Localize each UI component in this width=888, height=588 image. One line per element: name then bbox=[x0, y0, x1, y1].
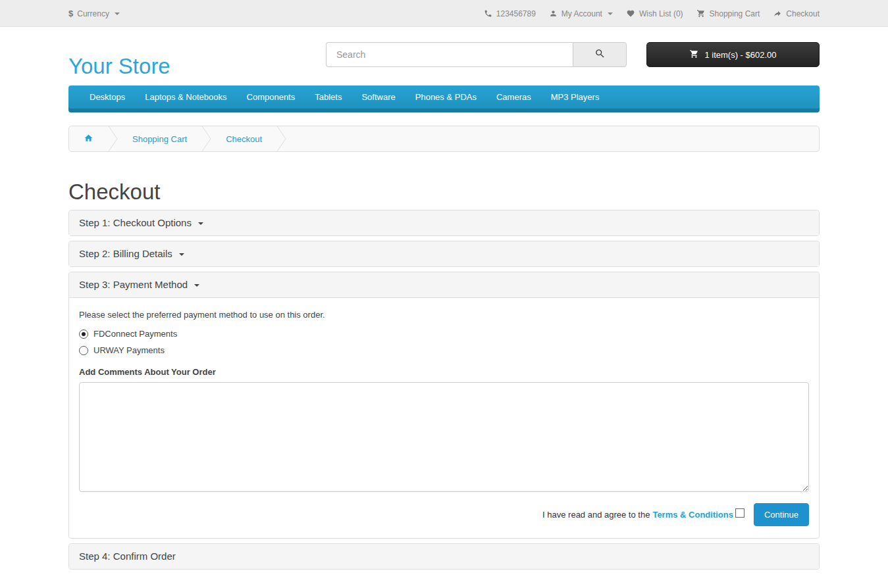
nav-item-mp3-players[interactable]: MP3 Players bbox=[541, 86, 610, 109]
panel-step2: Step 2: Billing Details bbox=[68, 241, 820, 267]
topbar: $ Currency 123456789 My Account Wish Lis… bbox=[0, 0, 888, 27]
cart-icon bbox=[689, 49, 699, 61]
payment-option-label: URWAY Payments bbox=[93, 345, 165, 355]
step4-title: Step 4: Confirm Order bbox=[79, 551, 176, 562]
breadcrumb-checkout[interactable]: Checkout bbox=[211, 134, 276, 144]
my-account-label: My Account bbox=[562, 9, 602, 18]
home-icon bbox=[84, 134, 93, 145]
chevron-down-icon bbox=[179, 253, 184, 256]
page-title: Checkout bbox=[68, 180, 820, 205]
panel-step1: Step 1: Checkout Options bbox=[68, 210, 820, 236]
step3-body: Please select the preferred payment meth… bbox=[69, 297, 819, 538]
step1-title: Step 1: Checkout Options bbox=[79, 217, 192, 228]
search-group bbox=[326, 42, 627, 67]
order-comments-textarea[interactable] bbox=[79, 382, 809, 492]
wish-list-link[interactable]: Wish List (0) bbox=[626, 9, 683, 18]
main-navigation: Desktops Laptops & Notebooks Components … bbox=[68, 86, 820, 112]
step2-heading[interactable]: Step 2: Billing Details bbox=[69, 241, 819, 266]
search-button[interactable] bbox=[573, 42, 627, 67]
nav-item-components[interactable]: Components bbox=[237, 86, 305, 109]
phone-icon bbox=[484, 9, 492, 18]
chevron-down-icon bbox=[115, 12, 120, 15]
nav-item-desktops[interactable]: Desktops bbox=[80, 86, 135, 109]
payment-option-fdconnect[interactable]: FDConnect Payments bbox=[79, 329, 809, 339]
shopping-cart-label: Shopping Cart bbox=[710, 9, 760, 18]
terms-conditions-link[interactable]: Terms & Conditions bbox=[652, 510, 733, 520]
search-icon bbox=[594, 48, 606, 61]
share-arrow-icon bbox=[773, 9, 782, 18]
heart-icon bbox=[626, 9, 635, 18]
phone-number-text: 123456789 bbox=[496, 9, 536, 18]
shopping-cart-link[interactable]: Shopping Cart bbox=[696, 9, 760, 18]
currency-label: Currency bbox=[77, 9, 109, 18]
currency-dropdown[interactable]: $ Currency bbox=[68, 9, 120, 18]
agree-and-continue-row: I have read and agree to the Terms & Con… bbox=[79, 503, 809, 526]
breadcrumb-home[interactable] bbox=[69, 134, 108, 145]
header-cart-button[interactable]: 1 item(s) - $602.00 bbox=[646, 42, 820, 67]
breadcrumb-shopping-cart[interactable]: Shopping Cart bbox=[118, 134, 201, 144]
chevron-down-icon bbox=[198, 222, 203, 225]
breadcrumb-separator bbox=[201, 126, 211, 152]
breadcrumb-separator bbox=[108, 126, 118, 152]
payment-option-urway[interactable]: URWAY Payments bbox=[79, 345, 809, 355]
checkout-link[interactable]: Checkout bbox=[773, 9, 820, 18]
radio-unselected-icon[interactable] bbox=[79, 346, 88, 355]
step2-title: Step 2: Billing Details bbox=[79, 248, 172, 259]
wish-list-label: Wish List (0) bbox=[639, 9, 683, 18]
search-input[interactable] bbox=[326, 42, 573, 67]
nav-item-software[interactable]: Software bbox=[352, 86, 405, 109]
step4-heading[interactable]: Step 4: Confirm Order bbox=[69, 544, 819, 569]
nav-item-phones-pdas[interactable]: Phones & PDAs bbox=[405, 86, 486, 109]
continue-button[interactable]: Continue bbox=[754, 503, 809, 526]
my-account-dropdown[interactable]: My Account bbox=[549, 9, 613, 18]
nav-item-cameras[interactable]: Cameras bbox=[486, 86, 541, 109]
radio-selected-icon[interactable] bbox=[79, 330, 88, 339]
agree-text: I have read and agree to the bbox=[542, 510, 650, 520]
store-logo[interactable]: Your Store bbox=[68, 55, 170, 78]
chevron-down-icon bbox=[608, 12, 613, 15]
phone-number: 123456789 bbox=[484, 9, 536, 18]
agree-checkbox[interactable] bbox=[735, 508, 744, 518]
step1-heading[interactable]: Step 1: Checkout Options bbox=[69, 210, 819, 235]
user-icon bbox=[549, 9, 558, 18]
panel-step4: Step 4: Confirm Order bbox=[68, 543, 820, 570]
payment-instruction: Please select the preferred payment meth… bbox=[79, 310, 809, 320]
dollar-icon: $ bbox=[68, 9, 73, 18]
nav-item-tablets[interactable]: Tablets bbox=[305, 86, 352, 109]
chevron-down-icon bbox=[194, 284, 199, 287]
step3-heading[interactable]: Step 3: Payment Method bbox=[69, 272, 819, 297]
panel-step3: Step 3: Payment Method Please select the… bbox=[68, 272, 820, 539]
breadcrumb: Shopping Cart Checkout bbox=[68, 126, 820, 152]
cart-button-label: 1 item(s) - $602.00 bbox=[704, 50, 776, 60]
cart-icon bbox=[696, 9, 706, 18]
breadcrumb-separator bbox=[276, 126, 286, 152]
payment-option-label: FDConnect Payments bbox=[93, 329, 177, 339]
checkout-label: Checkout bbox=[786, 9, 820, 18]
step3-title: Step 3: Payment Method bbox=[79, 279, 188, 290]
header: Your Store 1 item(s) - $602.00 bbox=[0, 27, 888, 86]
comments-label: Add Comments About Your Order bbox=[79, 367, 809, 377]
nav-item-laptops-notebooks[interactable]: Laptops & Notebooks bbox=[135, 86, 236, 109]
